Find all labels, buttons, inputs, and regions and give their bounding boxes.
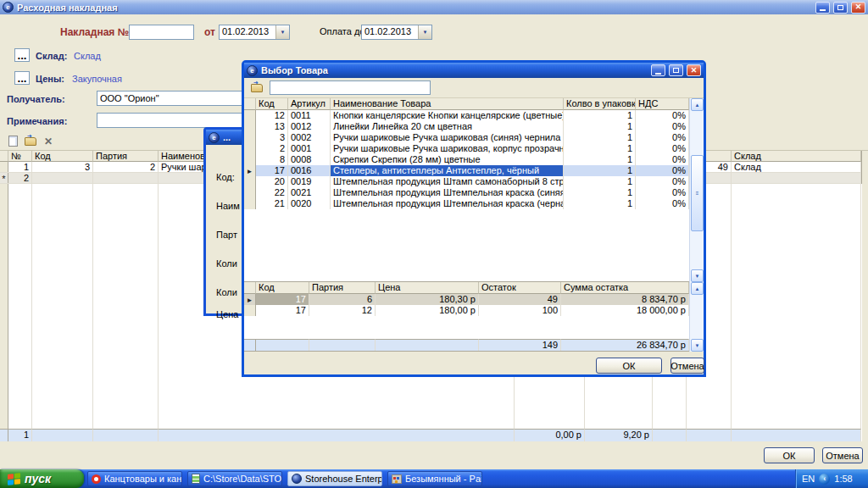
product-row-selected[interactable]: 170016Степлеры, антистеплеры Антистеплер… [244, 165, 704, 176]
warehouse-picker-button[interactable]: ... [14, 48, 30, 62]
cancel-button[interactable]: Отмена [822, 447, 863, 463]
product-row[interactable]: 130012Линейки Линейка 20 см цветная10% [244, 121, 704, 132]
num-cell: 1 [8, 162, 32, 172]
ok-button[interactable]: ОК [764, 447, 815, 463]
batch-row-selected[interactable]: 17 6 180,30 р 49 8 834,70 р [244, 294, 704, 305]
tray-app-icon[interactable]: ‹ [819, 474, 830, 485]
header-store[interactable]: Склад [732, 151, 861, 162]
language-indicator[interactable]: EN [802, 474, 815, 484]
chevron-down-icon[interactable]: ▼ [418, 25, 431, 39]
quantity-label: Коли [216, 258, 237, 269]
product-row[interactable]: 210020Штемпельная продукция Штемпельная … [244, 198, 704, 209]
main-window-title: Расходная накладная [17, 3, 812, 13]
code-cell-focused[interactable] [32, 173, 93, 183]
batch-label: Парт [216, 230, 237, 240]
maximize-button[interactable] [669, 64, 683, 76]
product-row[interactable]: 220021Штемпельная продукция Штемпельная … [244, 187, 704, 198]
product-row[interactable]: 20001Ручки шариковые Ручка шариковая, ко… [244, 143, 704, 154]
new-document-icon[interactable] [5, 134, 20, 148]
start-label: пуск [25, 472, 51, 485]
delete-icon[interactable]: ✕ [41, 134, 56, 148]
storehouse-icon: e [209, 132, 220, 143]
invoice-number-label: Накладная № [60, 26, 129, 38]
totals-sum-a: 0,00 р [515, 429, 585, 441]
date-from-label: от [204, 26, 215, 38]
header-stock-sum[interactable]: Сумма остатка [561, 282, 689, 294]
main-window-titlebar: e Расходная накладная ✕ [0, 0, 868, 14]
product-select-dialog: e Выбор Товара ✕ Код Артикул Наименовани… [242, 60, 706, 377]
header-code[interactable]: Код [256, 98, 288, 110]
restore-button[interactable] [833, 2, 848, 14]
cell [93, 173, 159, 183]
product-search-input[interactable] [270, 80, 431, 95]
product-dialog-titlebar: e Выбор Товара ✕ [244, 63, 704, 78]
open-icon[interactable] [249, 80, 264, 95]
row-marker [0, 162, 8, 172]
pay-until-combo[interactable]: 01.02.2013 ▼ [361, 25, 432, 40]
windows-logo-icon [8, 473, 20, 485]
warehouse-value: Склад [74, 51, 101, 61]
totals-count: 1 [8, 429, 32, 441]
product-row[interactable]: 120011Кнопки канцелярские Кнопки канцеля… [244, 110, 704, 121]
minimize-button[interactable] [651, 64, 665, 76]
header-stock[interactable]: Остаток [479, 282, 561, 294]
products-table: Код Артикул Наименование Товара Колво в … [244, 98, 704, 282]
header-vat[interactable]: НДС [636, 98, 689, 110]
taskbar-task-paint[interactable]: Безымянный - Paint [387, 471, 482, 486]
close-button[interactable]: ✕ [851, 2, 865, 14]
taskbar: пуск Канцтовары и канц... C:\Store\Data\… [0, 469, 868, 488]
product-row[interactable]: 200019Штемпельная продукция Штамп самона… [244, 176, 704, 187]
header-batch[interactable]: Партия [309, 282, 376, 294]
taskbar-task-storehouse[interactable]: Storehouse Enterprise [287, 471, 382, 486]
name-label: Наим [216, 201, 240, 211]
header-code[interactable]: Код [256, 282, 309, 294]
batches-table: Код Партия Цена Остаток Сумма остатка 17… [244, 282, 704, 352]
product-row[interactable]: 80008Скрепки Скрепки (28 мм) цветные10% [244, 154, 704, 165]
close-button[interactable]: ✕ [687, 64, 701, 76]
current-row-marker [244, 294, 256, 305]
products-scrollbar[interactable]: ▲ ≡ ▼ [689, 98, 704, 282]
scroll-down-icon[interactable]: ▼ [691, 339, 704, 352]
scroll-up-icon[interactable]: ▲ [691, 282, 704, 295]
header-price[interactable]: Цена [376, 282, 479, 294]
minimize-button[interactable] [815, 2, 830, 14]
dialog-cancel-button[interactable]: Отмена [670, 358, 704, 374]
start-button[interactable]: пуск [0, 469, 84, 488]
invoice-number-input[interactable] [129, 25, 194, 40]
recipient-label: Получатель: [7, 94, 65, 104]
product-dialog-title: Выбор Товара [261, 65, 648, 75]
system-tray: EN ‹ 1:58 [795, 469, 868, 488]
header-num[interactable]: № [8, 151, 32, 162]
warehouse-label: Склад: [36, 51, 67, 61]
taskbar-task-explorer[interactable]: C:\Store\Data\STOR... [187, 471, 282, 486]
header-marker-cell [0, 151, 8, 162]
totals-sum-b: 9,20 р [585, 429, 653, 441]
paint-icon [392, 474, 402, 484]
price-label: Цена [216, 309, 238, 319]
dialog-ok-button[interactable]: ОК [596, 358, 662, 374]
date-from-combo[interactable]: 01.02.2013 ▼ [219, 25, 290, 40]
scrollbar-thumb[interactable]: ≡ [691, 155, 704, 231]
open-icon[interactable] [23, 134, 38, 148]
product-row[interactable]: 30002Ручки шариковые Ручка шариковая (си… [244, 132, 704, 143]
header-name[interactable]: Наименование Товара [331, 98, 564, 110]
opera-icon [92, 474, 101, 484]
prices-picker-button[interactable]: ... [14, 71, 30, 85]
scroll-up-icon[interactable]: ▲ [691, 98, 704, 111]
date-from-value: 01.02.2013 [220, 25, 275, 39]
new-row-marker [0, 173, 8, 183]
clock[interactable]: 1:58 [834, 474, 852, 484]
header-batch[interactable]: Партия [93, 151, 159, 162]
header-code[interactable]: Код [32, 151, 93, 162]
batch-cell: 2 [93, 162, 159, 172]
header-article[interactable]: Артикул [288, 98, 331, 110]
scroll-down-icon[interactable]: ▼ [691, 269, 704, 282]
header-pack-qty[interactable]: Колво в упаковке [564, 98, 636, 110]
code-label: Код: [216, 172, 235, 182]
prices-label: Цены: [36, 74, 64, 84]
taskbar-task-opera[interactable]: Канцтовары и канц... [87, 471, 182, 486]
chevron-down-icon[interactable]: ▼ [275, 25, 289, 39]
batch-row[interactable]: 17 12 180,00 р 100 18 000,00 р [244, 305, 704, 316]
batches-scrollbar[interactable]: ▲ ▼ [689, 282, 704, 352]
desktop: e Расходная накладная ✕ Накладная № от 0… [0, 0, 868, 488]
